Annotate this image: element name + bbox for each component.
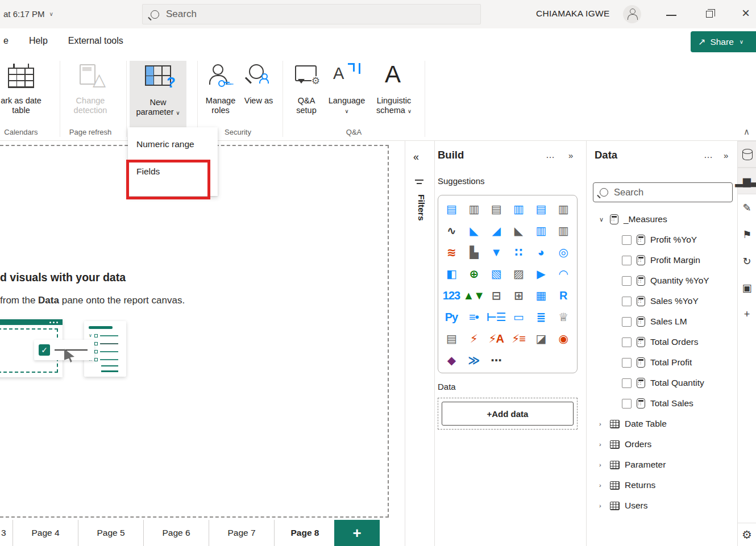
stacked-area-chart[interactable]: ◢	[485, 220, 507, 241]
measures-table-row[interactable]: ∨ _Measures	[587, 209, 738, 230]
chevron-right-icon[interactable]: ›	[599, 482, 605, 489]
clustered-column-chart[interactable]: ▥	[508, 198, 529, 220]
measure-total-profit[interactable]: Total Profit	[587, 352, 738, 373]
chevron-right-icon[interactable]: ›	[599, 420, 605, 427]
table-users[interactable]: › Users	[587, 495, 738, 516]
power-apps[interactable]: ◆	[441, 349, 462, 371]
user-name[interactable]: CHIAMAKA IGWE	[536, 9, 610, 19]
measure-sales-pct-yoy[interactable]: Sales %YoY	[587, 291, 738, 311]
filters-pane-title[interactable]: Filters	[416, 194, 426, 221]
field-checkbox[interactable]	[622, 235, 632, 245]
expand-filters-icon[interactable]: «	[413, 151, 419, 163]
gauge[interactable]: ◠	[553, 263, 574, 285]
share-button[interactable]: ↗ Share ∨	[691, 31, 756, 52]
chevron-right-icon[interactable]: ›	[599, 441, 605, 448]
line-chart[interactable]: ∿	[441, 220, 462, 241]
global-search-box[interactable]	[142, 4, 481, 24]
more-options-icon[interactable]: …	[546, 150, 555, 160]
table-orders[interactable]: › Orders	[587, 434, 738, 455]
global-search-input[interactable]	[166, 9, 439, 20]
menu-item-partial[interactable]: e	[3, 36, 9, 46]
metrics[interactable]: ♕	[553, 306, 574, 328]
user-avatar[interactable]	[623, 5, 641, 23]
measure-sales-lm[interactable]: Sales LM	[587, 311, 738, 332]
line-and-stacked-column-chart[interactable]: ▥	[530, 220, 551, 241]
new-slicer[interactable]: ⚡	[463, 328, 484, 349]
new-list-slicer[interactable]: ⚡≡	[508, 328, 529, 349]
stacked-column-chart[interactable]: ▥	[463, 198, 484, 220]
waterfall-chart[interactable]: ▙	[463, 241, 484, 263]
paginated-report[interactable]: ▤	[441, 328, 462, 349]
field-checkbox[interactable]	[622, 276, 632, 286]
menu-item-numeric-range[interactable]: Numeric range	[128, 131, 218, 158]
decomposition-tree[interactable]: ⊢☰	[485, 306, 507, 328]
chevron-down-icon[interactable]: ∨	[599, 216, 605, 223]
collapse-pane-icon[interactable]: »	[724, 151, 728, 160]
filled-map[interactable]: ▧	[485, 263, 507, 285]
card[interactable]: 123	[441, 285, 462, 306]
funnel-chart[interactable]: ▼	[485, 241, 507, 263]
more-options-icon[interactable]: …	[704, 150, 713, 160]
new-parameter-button[interactable]: ? New parameter ∨	[130, 61, 186, 127]
python-visual[interactable]: Py	[441, 306, 462, 328]
table-returns[interactable]: › Returns	[587, 475, 738, 495]
table[interactable]: ⊞	[508, 285, 529, 306]
page-tab-8[interactable]: Page 8	[275, 520, 336, 546]
table-date-table[interactable]: › Date Table	[587, 414, 738, 434]
line-and-clustered-column-chart[interactable]: ▥	[553, 220, 574, 241]
donut-chart[interactable]: ◎	[553, 241, 574, 263]
close-button[interactable]: ×	[742, 6, 750, 20]
arcgis-map[interactable]: ◉	[553, 328, 574, 349]
restore-button[interactable]	[706, 11, 713, 18]
measure-total-sales[interactable]: Total Sales	[587, 393, 738, 414]
chevron-right-icon[interactable]: ›	[599, 461, 605, 468]
settings-gear-button[interactable]: ⚙	[737, 523, 756, 546]
treemap[interactable]: ◧	[441, 263, 462, 285]
measure-quantity-pct-yoy[interactable]: Quantity %YoY	[587, 270, 738, 291]
smart-narrative[interactable]: ≣	[530, 306, 551, 328]
image-visual[interactable]: ◪	[530, 328, 551, 349]
field-checkbox[interactable]	[622, 297, 632, 306]
new-text-slicer[interactable]: ⚡A	[485, 328, 507, 349]
field-checkbox[interactable]	[622, 317, 632, 327]
more-visuals[interactable]: ⋯	[485, 349, 507, 371]
page-tab-6[interactable]: Page 6	[144, 520, 209, 546]
menu-item-external-tools[interactable]: External tools	[68, 36, 123, 46]
area-chart[interactable]: ◣	[463, 220, 484, 241]
power-automate[interactable]: ≫	[463, 349, 484, 371]
collapse-ribbon-icon[interactable]: ∧	[743, 127, 750, 137]
r-script-visual[interactable]: R	[553, 285, 574, 306]
field-checkbox[interactable]	[622, 337, 632, 347]
100-stacked-column-chart[interactable]: ▥	[553, 198, 574, 220]
chevron-right-icon[interactable]: ›	[599, 502, 605, 509]
100-stacked-bar-chart[interactable]: ▤	[530, 198, 551, 220]
field-checkbox[interactable]	[622, 256, 632, 265]
pie-chart[interactable]: ◕	[530, 241, 551, 263]
measure-profit-pct-yoy[interactable]: Profit %YoY	[587, 230, 738, 250]
ribbon-chart[interactable]: ≋	[441, 241, 462, 263]
key-influencers[interactable]: ≡•	[463, 306, 484, 328]
data-search-input[interactable]	[614, 187, 716, 198]
add-data-button[interactable]: +Add data	[442, 402, 574, 426]
measure-total-quantity[interactable]: Total Quantity	[587, 373, 738, 393]
data-search-box[interactable]	[593, 182, 733, 202]
azure-map[interactable]: ▶	[530, 263, 551, 285]
shape-map[interactable]: ▨	[508, 263, 529, 285]
page-tab-partial[interactable]: 3	[1, 528, 6, 538]
scatter-chart[interactable]: ∷	[508, 241, 529, 263]
collapse-pane-icon[interactable]: »	[568, 151, 573, 160]
qa-visual[interactable]: ▭	[508, 306, 529, 328]
page-tab-4[interactable]: Page 4	[13, 520, 78, 546]
kpi[interactable]: ▲▼	[463, 285, 484, 306]
slicer[interactable]: ⊟	[485, 285, 507, 306]
field-checkbox[interactable]	[622, 358, 632, 368]
add-page-button[interactable]: +	[334, 520, 380, 546]
100-stacked-area-chart[interactable]: ◣	[508, 220, 529, 241]
measure-total-orders[interactable]: Total Orders	[587, 332, 738, 352]
autosave-status[interactable]: at 6:17 PM ∨	[3, 9, 53, 19]
field-checkbox[interactable]	[622, 399, 632, 409]
measure-profit-margin[interactable]: Profit Margin	[587, 250, 738, 270]
minimize-button[interactable]	[666, 15, 676, 16]
matrix[interactable]: ▦	[530, 285, 551, 306]
stacked-bar-chart[interactable]: ▤	[441, 198, 462, 220]
